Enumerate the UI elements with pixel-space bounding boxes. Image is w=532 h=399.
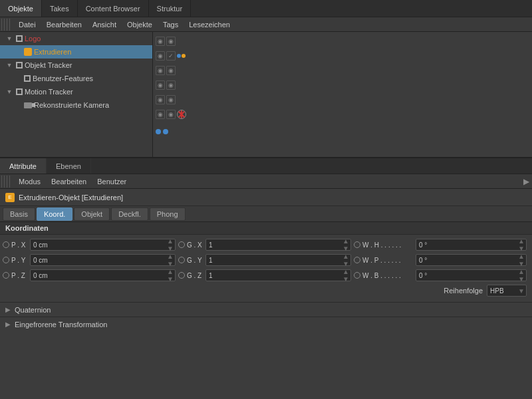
menu-objekte[interactable]: Objekte <box>122 19 158 30</box>
input-gy[interactable]: 1 ▲▼ <box>205 254 351 266</box>
render-icon-benutzer[interactable]: ◉ <box>166 80 176 90</box>
input-wh[interactable]: 0 ° ▲▼ <box>416 239 527 251</box>
menu-tags[interactable]: Tags <box>158 19 184 30</box>
vis-icon-kamera[interactable]: ◉ <box>156 110 165 119</box>
null-icon-logo <box>16 35 23 42</box>
render-icon-objekt-tracker[interactable]: ◉ <box>166 66 176 75</box>
field-wb: W . B . . . . . . 0 ° ▲▼ <box>354 269 527 281</box>
attr-menu-modus[interactable]: Modus <box>13 176 46 187</box>
logo-icons-row: ◉ ◉ <box>156 35 177 48</box>
tree-item-extrudieren[interactable]: Extrudieren <box>0 45 152 59</box>
koordinaten-section-header: Koordinaten <box>0 222 532 235</box>
field-px: P . X 0 cm ▲▼ <box>3 239 176 251</box>
benutzer-icons-row: ◉ ◉ <box>156 78 177 92</box>
sub-tab-basis[interactable]: Basis <box>3 207 35 221</box>
attr-menu-grip-icon <box>1 176 11 188</box>
eingefrorene-section[interactable]: ▶ Eingefrorene Transformation <box>0 317 532 331</box>
input-pz-arrow-icon: ▲▼ <box>167 268 174 283</box>
menu-datei[interactable]: Datei <box>13 19 41 30</box>
object-title-text: Extrudieren-Objekt [Extrudieren] <box>19 194 123 201</box>
input-gx[interactable]: 1 ▲▼ <box>205 239 351 251</box>
label-wp: W . P . . . . . . <box>362 257 416 264</box>
tree-item-logo[interactable]: ▼ Logo <box>0 32 152 45</box>
no-render-icon-kamera[interactable] <box>177 110 186 119</box>
attr-menu-bearbeiten[interactable]: Bearbeiten <box>46 176 92 187</box>
render-icon-kamera[interactable]: ◉ <box>166 110 176 119</box>
active-icon-extrudieren[interactable]: ✓ <box>166 51 176 61</box>
field-wh: W . H . . . . . . 0 ° ▲▼ <box>354 239 527 251</box>
render-icon-logo[interactable]: ◉ <box>166 37 176 46</box>
object-tree: ▼ Logo Extrudieren ▼ Objekt T <box>0 32 153 157</box>
tree-item-motion-tracker[interactable]: ▼ Motion Tracker <box>0 85 152 98</box>
radio-gx[interactable] <box>178 241 185 248</box>
input-wp[interactable]: 0 ° ▲▼ <box>416 254 527 266</box>
eingefrorene-collapse-icon: ▶ <box>5 321 11 328</box>
label-gz: G . Z <box>187 272 205 279</box>
radio-wp[interactable] <box>354 257 360 263</box>
extra-dot-cluster <box>156 129 168 134</box>
radio-gz[interactable] <box>178 272 185 279</box>
sub-tab-deckfl[interactable]: Deckfl. <box>111 207 148 221</box>
menu-ansicht[interactable]: Ansicht <box>87 19 122 30</box>
null-icon-benutzer <box>24 75 31 82</box>
label-pz: P . Z <box>11 272 30 279</box>
input-wp-arrow-icon: ▲▼ <box>518 253 525 267</box>
objekt-tracker-icons-row: ◉ ◉ <box>156 64 177 77</box>
radio-px[interactable] <box>3 241 9 248</box>
reihenfolge-row: Reihenfolge HPB ▼ <box>3 283 529 298</box>
quaternion-section[interactable]: ▶ Quaternion <box>0 302 532 317</box>
vis-icon-extrudieren[interactable]: ◉ <box>156 51 165 61</box>
input-py[interactable]: 0 cm ▲▼ <box>30 254 176 266</box>
tree-item-benutzer-features[interactable]: Benutzer-Features <box>0 72 152 85</box>
attr-menu-benutzer[interactable]: Benutzer <box>92 176 132 187</box>
radio-wh[interactable] <box>354 241 360 248</box>
radio-py[interactable] <box>3 257 9 263</box>
radio-gy[interactable] <box>178 257 185 263</box>
extrudieren-icons-row: ◉ ✓ <box>156 49 186 63</box>
input-pz[interactable]: 0 cm ▲▼ <box>30 269 176 281</box>
field-gx: G . X 1 ▲▼ <box>178 239 351 251</box>
sub-tab-objekt[interactable]: Objekt <box>74 207 110 221</box>
quaternion-label: Quaternion <box>15 306 51 314</box>
tab-content-browser[interactable]: Content Browser <box>78 0 149 17</box>
radio-pz[interactable] <box>3 272 9 279</box>
field-gz: G . Z 1 ▲▼ <box>178 269 351 281</box>
menu-bearbeiten[interactable]: Bearbeiten <box>41 19 87 30</box>
menu-lesezeichen[interactable]: Lesezeichen <box>184 19 235 30</box>
reihenfolge-label: Reihenfolge <box>444 287 483 295</box>
eingefrorene-label: Eingefrorene Transformation <box>15 321 107 329</box>
tree-item-rekonstruierte-kamera[interactable]: Rekonstruierte Kamera <box>0 98 152 112</box>
sub-tab-koord[interactable]: Koord. <box>37 207 72 221</box>
sub-tab-phong[interactable]: Phong <box>150 207 186 221</box>
quaternion-collapse-icon: ▶ <box>5 306 11 313</box>
field-wp: W . P . . . . . . 0 ° ▲▼ <box>354 254 527 266</box>
camera-icon <box>24 102 32 108</box>
tag-icons-extrudieren <box>177 54 186 58</box>
expand-kamera-icon <box>15 102 21 108</box>
vis-icon-logo[interactable]: ◉ <box>156 37 165 46</box>
tab-attribute[interactable]: Attribute <box>0 158 47 174</box>
extrude-icon <box>24 48 32 56</box>
tab-ebenen[interactable]: Ebenen <box>47 158 91 174</box>
attr-tab-bar: Attribute Ebenen <box>0 158 532 174</box>
input-wb[interactable]: 0 ° ▲▼ <box>416 269 527 281</box>
tab-takes[interactable]: Takes <box>42 0 78 17</box>
tab-objekte[interactable]: Objekte <box>0 0 42 17</box>
menu-grip-icon <box>1 19 11 31</box>
input-py-arrow-icon: ▲▼ <box>167 253 174 267</box>
vis-icon-motion-tracker[interactable]: ◉ <box>156 95 165 104</box>
vis-icon-objekt-tracker[interactable]: ◉ <box>156 66 165 75</box>
vis-icon-benutzer[interactable]: ◉ <box>156 80 165 90</box>
kamera-icons-row: ◉ ◉ <box>156 108 186 121</box>
render-icon-motion-tracker[interactable]: ◉ <box>166 95 176 104</box>
input-px[interactable]: 0 cm ▲▼ <box>30 239 176 251</box>
tab-struktur[interactable]: Struktur <box>149 0 192 17</box>
attr-menu-arrow-icon: ▶ <box>523 177 529 186</box>
panel-icons-column: ◉ ◉ ◉ ✓ ◉ ◉ ◉ ◉ ◉ ◉ ◉ ◉ <box>153 32 193 157</box>
reihenfolge-select[interactable]: HPB ▼ <box>487 285 527 297</box>
input-gz[interactable]: 1 ▲▼ <box>205 269 351 281</box>
attr-menu-bar: Modus Bearbeiten Benutzer ▶ <box>0 174 532 189</box>
tree-item-objekt-tracker[interactable]: ▼ Objekt Tracker <box>0 59 152 72</box>
radio-wb[interactable] <box>354 272 360 279</box>
expand-logo-icon: ▼ <box>6 35 13 42</box>
